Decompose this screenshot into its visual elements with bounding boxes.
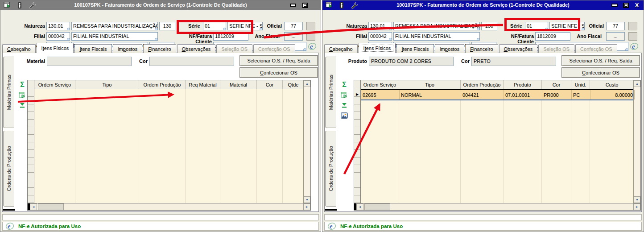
- natureza-extra-input[interactable]: 130: [159, 22, 175, 30]
- close-button[interactable]: X: [633, 2, 641, 8]
- nf-fatura-input[interactable]: 1812009: [213, 32, 248, 41]
- tab-impostos[interactable]: Impostos: [435, 44, 465, 53]
- column-header[interactable]: Cor: [542, 80, 571, 89]
- minimize-button[interactable]: [289, 2, 297, 8]
- cor-input[interactable]: PRETO: [471, 57, 556, 66]
- scrollbar-thumb[interactable]: [364, 203, 390, 210]
- itens-grid[interactable]: Ordem Serviço Tipo Ordem Produção Produt…: [354, 80, 641, 203]
- tab-itens-fiscais[interactable]: Itens Fiscais: [74, 44, 111, 53]
- maximize-button[interactable]: [622, 2, 630, 8]
- scroll-right-icon[interactable]: ►: [303, 203, 310, 210]
- sidebar-tab-ordens-producao[interactable]: Ordens de Produção: [3, 131, 14, 207]
- wrench-icon[interactable]: [28, 1, 36, 9]
- cell-ordem-servico[interactable]: 02695: [361, 90, 400, 99]
- column-header[interactable]: Unid.: [571, 80, 590, 89]
- natureza-desc-input[interactable]: REMESSA PARA INDUSTRIALIZAÇÃO: [393, 22, 480, 30]
- traffic-light-icon[interactable]: [16, 1, 24, 9]
- titlebar[interactable]: 100107SPK - Faturamento de Ordem de Serv…: [0, 0, 321, 10]
- selecionar-os-button[interactable]: Selecionar O.S. / Req. Saída: [239, 55, 318, 66]
- maximize-button[interactable]: [301, 2, 309, 8]
- insert-row-icon[interactable]: [339, 101, 349, 110]
- minimize-button[interactable]: [611, 2, 619, 8]
- filial-desc-input[interactable]: FILIAL NFE INDUSTRIAL: [71, 32, 158, 41]
- sum-icon[interactable]: Σ: [17, 80, 27, 89]
- tab-cabecalho[interactable]: Cabeçalho: [2, 44, 36, 53]
- selecionar-os-button[interactable]: Selecionar O.S. / Req. Saída: [561, 55, 640, 66]
- tab-financeiro[interactable]: Financeiro: [143, 44, 176, 53]
- scrollbar-thumb[interactable]: [38, 203, 64, 210]
- scroll-left-icon[interactable]: ◄: [356, 203, 363, 210]
- horizontal-scrollbar[interactable]: ◄ ►: [354, 203, 641, 211]
- material-input[interactable]: [47, 57, 132, 66]
- cell-unid[interactable]: PC: [572, 90, 590, 99]
- serie-code-input[interactable]: 01: [525, 22, 548, 30]
- produto-input[interactable]: PRODUTO COM 2 CORES: [369, 57, 454, 66]
- cell-cor[interactable]: PR000: [542, 90, 572, 99]
- ano-fiscal-input[interactable]: ...: [606, 32, 625, 41]
- filial-desc-input[interactable]: FILIAL NFE INDUSTRIAL: [393, 32, 480, 41]
- column-header[interactable]: Tipo: [399, 80, 461, 89]
- filial-code-input[interactable]: 000042: [368, 32, 392, 41]
- column-header[interactable]: Tipo: [75, 80, 139, 89]
- oficial-input[interactable]: 77: [284, 22, 303, 30]
- column-header[interactable]: Material: [220, 80, 257, 89]
- ano-fiscal-input[interactable]: ...: [284, 32, 303, 41]
- column-header[interactable]: Ordem Produção: [139, 80, 186, 89]
- tab-cabecalho[interactable]: Cabeçalho: [324, 44, 358, 53]
- run-form-icon[interactable]: [17, 91, 27, 99]
- scroll-down-icon[interactable]: ▼: [304, 196, 310, 203]
- nf-fatura-input[interactable]: 1812009: [535, 32, 570, 41]
- sum-icon[interactable]: Σ: [339, 80, 349, 89]
- column-header[interactable]: Ordem Produção: [461, 80, 504, 89]
- serie-code-input[interactable]: 01: [203, 22, 226, 30]
- insert-row-icon[interactable]: [17, 101, 27, 110]
- cor-input[interactable]: [149, 57, 234, 66]
- scroll-down-icon[interactable]: ▼: [634, 196, 640, 203]
- tab-observacoes[interactable]: Observações: [499, 44, 538, 53]
- grid-body[interactable]: [28, 89, 303, 203]
- column-header[interactable]: Custo: [590, 80, 634, 89]
- tab-itens-fisicos[interactable]: Itens Físicos: [37, 43, 74, 53]
- cell-tipo[interactable]: NORMAL: [400, 90, 461, 99]
- tab-impostos[interactable]: Impostos: [113, 44, 143, 53]
- scroll-left-icon[interactable]: ◄: [30, 203, 37, 210]
- confeccionar-os-button[interactable]: Confeccionar OS: [561, 67, 640, 78]
- scroll-right-icon[interactable]: ►: [633, 203, 640, 210]
- scroll-up-icon[interactable]: ▲: [304, 80, 310, 87]
- sidebar-tab-ordens-producao[interactable]: Ordens de Produção: [325, 131, 336, 207]
- tab-itens-fiscais[interactable]: Itens Fiscais: [396, 44, 433, 53]
- cell-produto[interactable]: 07.01.0001: [504, 90, 542, 99]
- confeccionar-os-button[interactable]: Confeccionar OS: [239, 67, 318, 78]
- scroll-up-icon[interactable]: ▲: [634, 80, 640, 87]
- sidebar-tab-materias-primas[interactable]: Matérias Primas: [325, 57, 336, 128]
- tab-itens-fisicos[interactable]: Itens Físicos: [359, 43, 396, 53]
- wrench-icon[interactable]: [350, 1, 358, 9]
- serie-desc-input[interactable]: SERIE NFE - SUST: [549, 22, 585, 30]
- tab-observacoes[interactable]: Observações: [177, 44, 216, 53]
- table-row-selected[interactable]: 02695 NORMAL 004421 07.01.0001 PR000 PC …: [361, 89, 633, 100]
- horizontal-scrollbar[interactable]: ◄ ►: [27, 203, 311, 211]
- tab-financeiro[interactable]: Financeiro: [465, 44, 498, 53]
- natureza-code-input[interactable]: 130.01: [368, 22, 392, 30]
- column-header[interactable]: Produto: [504, 80, 542, 89]
- natureza-desc-input[interactable]: REMESSA PARA INDUSTRIALIZAÇÃO: [71, 22, 158, 30]
- column-header[interactable]: Req Material: [186, 80, 220, 89]
- cell-ordem-producao[interactable]: 004421: [461, 90, 504, 99]
- column-header[interactable]: Ordem Serviço: [361, 80, 399, 89]
- filial-code-input[interactable]: 000042: [46, 32, 70, 41]
- form-icon[interactable]: [325, 1, 333, 9]
- column-header[interactable]: Cor: [257, 80, 283, 89]
- natureza-extra-input[interactable]: 130: [481, 22, 497, 30]
- form-icon[interactable]: [3, 1, 11, 9]
- vertical-scrollbar[interactable]: ▲ ▼: [303, 80, 310, 203]
- titlebar[interactable]: 100107SPK - Faturamento de Ordem de Serv…: [322, 0, 644, 10]
- natureza-code-input[interactable]: 130.01: [46, 22, 70, 30]
- column-header[interactable]: Ordem Serviço: [34, 80, 75, 89]
- oficial-input[interactable]: 77: [606, 22, 625, 30]
- sidebar-tab-materias-primas[interactable]: Matérias Primas: [3, 57, 14, 128]
- serie-desc-input[interactable]: SERIE NFE - SUST: [227, 22, 263, 30]
- image-icon[interactable]: [339, 111, 349, 120]
- itens-grid[interactable]: Ordem Serviço Tipo Ordem Produção Req Ma…: [27, 80, 311, 203]
- grid-body[interactable]: ▶ 02695 NORMAL 004421 07.01.0001 PR000 P…: [354, 89, 633, 203]
- run-form-icon[interactable]: [339, 91, 349, 99]
